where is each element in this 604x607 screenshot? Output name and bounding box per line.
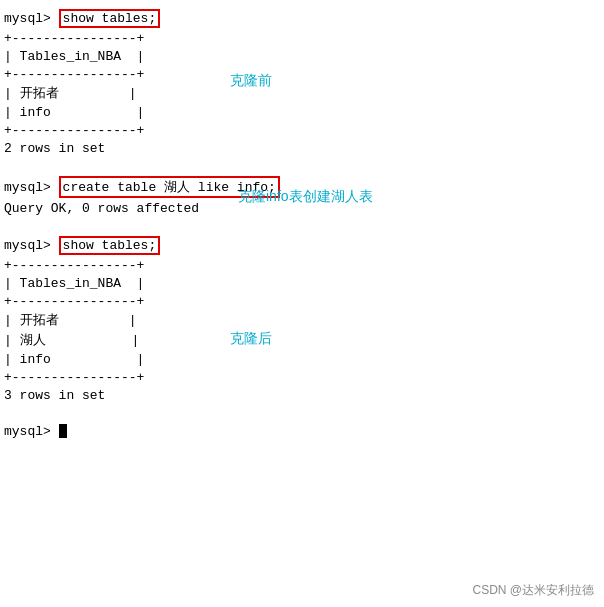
line-cursor: mysql> xyxy=(0,422,604,440)
annotation-after-clone: 克隆后 xyxy=(230,330,272,348)
sep-3: +----------------+ xyxy=(0,121,604,139)
result-2: 3 rows in set xyxy=(0,386,604,404)
sep-6: +----------------+ xyxy=(0,368,604,386)
sep-5: +----------------+ xyxy=(0,292,604,310)
watermark: CSDN @达米安利拉德 xyxy=(472,582,594,599)
blank-3 xyxy=(0,404,604,422)
terminal-window: mysql> show tables; +----------------+ |… xyxy=(0,0,604,607)
blank-1 xyxy=(0,157,604,175)
prompt-4: mysql> xyxy=(4,424,59,439)
blank-2 xyxy=(0,217,604,235)
header-row-2: | Tables_in_NBA | xyxy=(0,274,604,292)
row-info-2: | info | xyxy=(0,350,604,368)
annotation-clone-action: 克隆info表创建湖人表 xyxy=(238,188,373,206)
prompt-3: mysql> xyxy=(4,238,59,253)
header-row-1: | Tables_in_NBA | xyxy=(0,47,604,65)
line-1: mysql> show tables; xyxy=(0,8,604,29)
cursor xyxy=(59,424,67,438)
sep-4: +----------------+ xyxy=(0,256,604,274)
sep-1: +----------------+ xyxy=(0,29,604,47)
row-kaituozhe-1: | 开拓者 | xyxy=(0,83,604,103)
line-show-tables-2: mysql> show tables; xyxy=(0,235,604,256)
row-info-1: | info | xyxy=(0,103,604,121)
sep-2: +----------------+ xyxy=(0,65,604,83)
prompt-2: mysql> xyxy=(4,180,59,195)
row-lakers: | 湖人 | xyxy=(0,330,604,350)
annotation-before-clone: 克隆前 xyxy=(230,72,272,90)
cmd-show-tables-1: show tables; xyxy=(59,9,161,28)
result-1: 2 rows in set xyxy=(0,139,604,157)
cmd-show-tables-2: show tables; xyxy=(59,236,161,255)
row-kaituozhe-2: | 开拓者 | xyxy=(0,310,604,330)
prompt-1: mysql> xyxy=(4,11,59,26)
